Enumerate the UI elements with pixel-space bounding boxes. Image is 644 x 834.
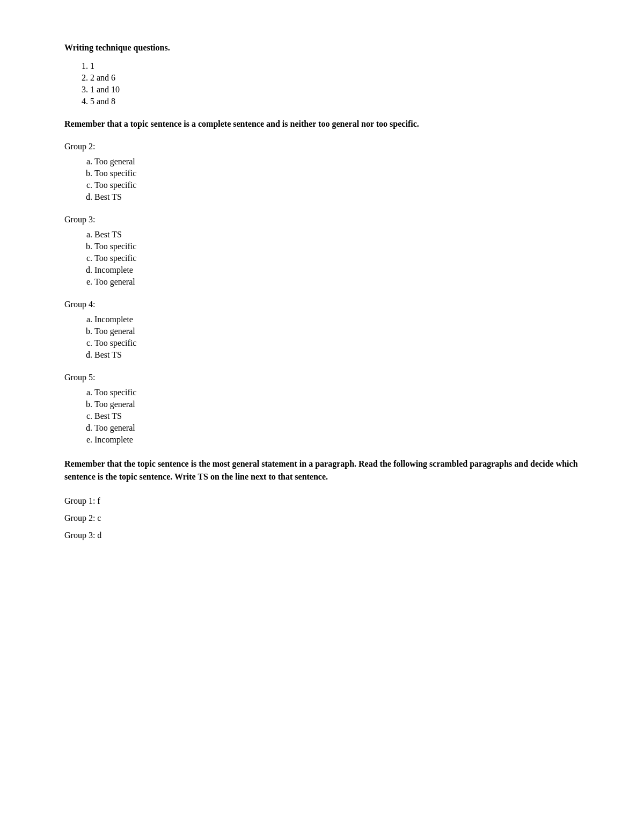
- group5-heading: Group 5:: [64, 373, 580, 382]
- answer-group2: Group 2: c: [64, 513, 580, 523]
- list-item: Too general: [94, 400, 580, 409]
- numbered-list: 1 2 and 6 1 and 10 5 and 8: [90, 61, 580, 106]
- list-item: Incomplete: [94, 435, 580, 445]
- list-item: Too general: [94, 327, 580, 336]
- list-item: Too general: [94, 157, 580, 166]
- numbered-item-4: 5 and 8: [90, 97, 580, 106]
- reminder-2: Remember that the topic sentence is the …: [64, 458, 580, 483]
- list-item: Best TS: [94, 230, 580, 240]
- list-item: Too specific: [94, 169, 580, 178]
- group2-heading: Group 2:: [64, 142, 580, 151]
- list-item: Incomplete: [94, 315, 580, 324]
- group3-heading: Group 3:: [64, 215, 580, 224]
- list-item: Too specific: [94, 253, 580, 263]
- group5-list: Too specific Too general Best TS Too gen…: [94, 388, 580, 445]
- numbered-item-3: 1 and 10: [90, 85, 580, 95]
- list-item: Best TS: [94, 350, 580, 360]
- list-item: Too specific: [94, 242, 580, 251]
- group4-list: Incomplete Too general Too specific Best…: [94, 315, 580, 360]
- numbered-item-1: 1: [90, 61, 580, 71]
- list-item: Too specific: [94, 338, 580, 348]
- group4-heading: Group 4:: [64, 300, 580, 309]
- list-item: Best TS: [94, 192, 580, 202]
- group3-list: Best TS Too specific Too specific Incomp…: [94, 230, 580, 287]
- writing-heading: Writing technique questions.: [64, 43, 580, 53]
- list-item: Too specific: [94, 180, 580, 190]
- list-item: Too general: [94, 277, 580, 287]
- numbered-item-2: 2 and 6: [90, 73, 580, 83]
- list-item: Too specific: [94, 388, 580, 397]
- list-item: Too general: [94, 423, 580, 433]
- list-item: Incomplete: [94, 265, 580, 275]
- reminder-1: Remember that a topic sentence is a comp…: [64, 119, 580, 129]
- answer-group3: Group 3: d: [64, 531, 580, 540]
- list-item: Best TS: [94, 411, 580, 421]
- group2-list: Too general Too specific Too specific Be…: [94, 157, 580, 202]
- answer-group1: Group 1: f: [64, 496, 580, 506]
